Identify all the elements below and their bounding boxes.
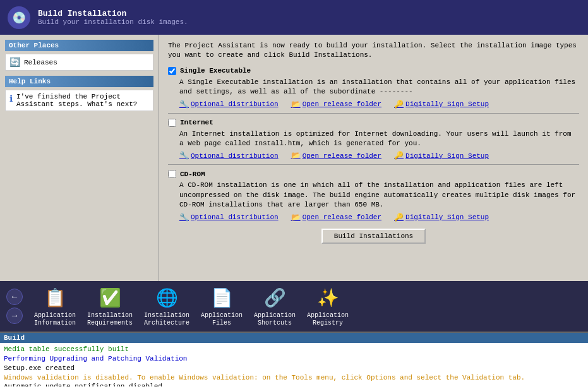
toolbar: ← → 📋 ApplicationInformation ✅ Installat… [0,281,588,332]
internet-checkbox[interactable] [168,119,176,127]
cdrom-sign-setup[interactable]: 🔑 Digitally Sign Setup [394,213,489,222]
install-arch-label: InstallationArchitecture [144,312,189,327]
single-exe-links: 🔧 Optional distribution 📂 Open release f… [179,100,579,109]
open-folder-icon-1: 📂 [291,151,301,160]
help-links-item[interactable]: ℹ I've finished the Project Assistant st… [5,90,153,111]
cdrom-links: 🔧 Optional distribution 📂 Open release f… [179,213,579,222]
internet-optional-dist[interactable]: 🔧 Optional distribution [179,151,279,160]
log-line-0: Media table successfully built [4,345,584,354]
cdrom-name: CD-ROM [180,171,205,178]
internet-header: Internet [168,119,579,127]
app-files-icon: 📄 [209,285,234,311]
install-req-icon: ✅ [97,285,123,311]
toolbar-item-app-files[interactable]: 📄 ApplicationFiles [196,283,248,330]
app-files-label: ApplicationFiles [201,312,243,327]
single-exe-name: Single Executable [180,67,251,75]
sign-setup-icon-2: 🔑 [394,213,404,222]
help-item-text: I've finished the Project Assistant step… [16,93,149,108]
help-links-section: Help Links ℹ I've finished the Project A… [5,76,153,111]
optional-dist-icon-1: 🔧 [179,151,189,160]
single-exe-open-folder[interactable]: 📂 Open release folder [291,100,381,109]
divider-0 [168,113,579,114]
toolbar-item-install-arch[interactable]: 🌐 InstallationArchitecture [139,283,195,330]
single-exe-sign-setup[interactable]: 🔑 Digitally Sign Setup [394,100,489,109]
divider-1 [168,164,579,165]
content-area: The Project Assistant is now ready to bu… [159,35,588,281]
cdrom-optional-dist[interactable]: 🔧 Optional distribution [179,213,279,222]
install-type-internet: Internet An Internet installation is opt… [168,119,579,165]
releases-icon: 🔄 [9,57,20,68]
cdrom-open-folder[interactable]: 📂 Open release folder [291,213,381,222]
log-line-3: Windows validation is disabled. To enabl… [4,373,584,383]
open-folder-icon-2: 📂 [291,213,301,222]
cdrom-checkbox[interactable] [168,170,176,178]
install-arch-icon: 🌐 [154,285,179,311]
app-shortcuts-label: ApplicationShortcuts [254,312,296,327]
app-info-icon: 📋 [42,285,68,311]
build-installations-button[interactable]: Build Installations [321,229,426,244]
toolbar-item-app-info[interactable]: 📋 ApplicationInformation [29,283,81,330]
app-shortcuts-icon: 🔗 [262,285,287,311]
install-type-single-exe: Single Executable A Single Executable in… [168,67,579,114]
optional-dist-icon-0: 🔧 [179,100,189,109]
internet-links: 🔧 Optional distribution 📂 Open release f… [179,151,579,160]
header-title: Build Installation [38,9,188,18]
main-layout: Other Places 🔄 Releases Help Links ℹ I'v… [0,35,588,281]
single-exe-desc: A Single Executable installation is an i… [179,78,579,97]
content-intro: The Project Assistant is now ready to bu… [168,41,579,61]
log-line-2: Setup.exe created [4,364,584,373]
toolbar-nav: ← → [6,289,23,324]
help-icon: ℹ [9,93,13,104]
log-line-1: Performing Upgrading and Patching Valida… [4,354,584,364]
log-panel: Build Media table successfully built Per… [0,332,588,389]
app-registry-icon: ✨ [315,285,340,311]
install-type-cdrom: CD-ROM A CD-ROM installation is one in w… [168,170,579,222]
app-registry-label: ApplicationRegistry [307,312,349,327]
internet-desc: An Internet installation is optimized fo… [179,129,579,149]
single-exe-checkbox[interactable] [168,67,176,75]
sidebar: Other Places 🔄 Releases Help Links ℹ I'v… [0,35,159,281]
internet-open-folder[interactable]: 📂 Open release folder [291,151,381,160]
cd-icon: 💿 [12,11,26,25]
internet-name: Internet [180,119,213,126]
log-line-4: Automatic update notification disabled [4,382,584,386]
internet-sign-setup[interactable]: 🔑 Digitally Sign Setup [394,151,489,160]
single-exe-optional-dist[interactable]: 🔧 Optional distribution [179,100,279,109]
toolbar-item-app-registry[interactable]: ✨ ApplicationRegistry [302,283,354,330]
other-places-section: Other Places 🔄 Releases [5,40,153,71]
app-info-label: ApplicationInformation [34,312,76,327]
cdrom-header: CD-ROM [168,170,579,178]
header-subtitle: Build your installation disk images. [38,18,188,26]
back-button[interactable]: ← [6,289,23,305]
open-folder-icon-0: 📂 [291,100,301,109]
sidebar-item-releases[interactable]: 🔄 Releases [5,54,153,71]
install-req-label: InstallationRequirements [87,312,133,327]
help-links-title: Help Links [5,76,153,87]
single-exe-header: Single Executable [168,67,579,75]
other-places-title: Other Places [5,40,153,51]
log-content: Media table successfully built Performin… [0,343,588,386]
log-header: Build [0,333,588,343]
forward-button[interactable]: → [6,308,23,324]
header-text: Build Installation Build your installati… [38,9,188,26]
sign-setup-icon-1: 🔑 [394,151,404,160]
toolbar-item-app-shortcuts[interactable]: 🔗 ApplicationShortcuts [249,283,301,330]
releases-label: Releases [24,59,57,66]
toolbar-item-install-req[interactable]: ✅ InstallationRequirements [82,283,138,330]
header-icon: 💿 [8,6,30,29]
cdrom-desc: A CD-ROM installation is one in which al… [179,181,579,210]
header: 💿 Build Installation Build your installa… [0,0,588,35]
sign-setup-icon-0: 🔑 [394,100,404,109]
optional-dist-icon-2: 🔧 [179,213,189,222]
build-btn-container: Build Installations [168,229,579,244]
